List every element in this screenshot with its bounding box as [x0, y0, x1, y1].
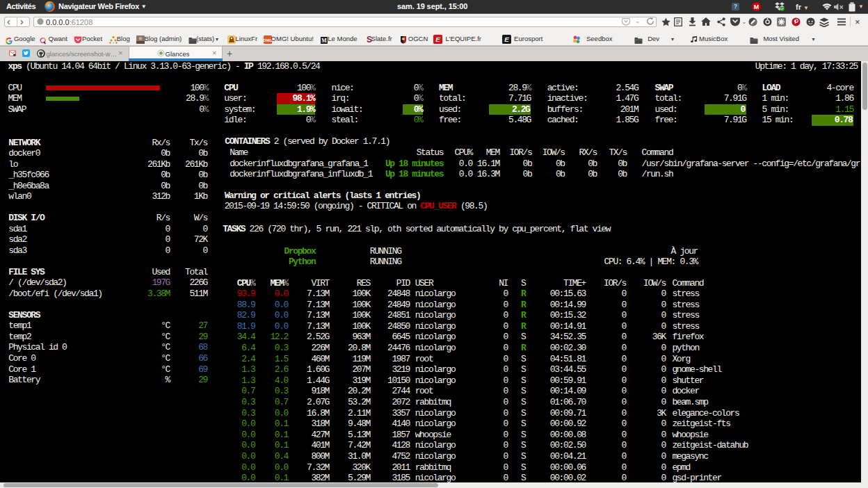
svg-text:?: ?	[734, 3, 737, 10]
svg-text:M: M	[754, 3, 760, 10]
svg-text:M: M	[321, 38, 327, 44]
svg-text:E: E	[504, 35, 509, 43]
svg-text:E: E	[436, 35, 441, 43]
